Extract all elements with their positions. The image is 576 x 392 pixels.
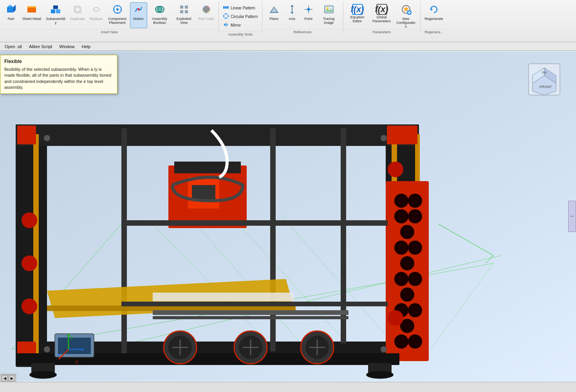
svg-point-94 [394,272,408,286]
svg-rect-71 [121,128,127,359]
regenerate-label-bottom: Regenera... [422,29,446,35]
svg-point-87 [408,194,422,208]
svg-marker-40 [291,5,294,7]
part-color-button[interactable]: Part Color [197,2,217,28]
replace-icon [91,4,102,16]
references-label: References [264,29,341,35]
equation-editor-button[interactable]: f(x) Equation Editor [346,2,369,28]
tracing-image-icon [323,4,334,16]
svg-rect-85 [386,181,429,361]
exploded-view-button[interactable]: Exploded View [172,2,196,28]
svg-point-100 [394,334,408,349]
replace-button[interactable]: Replace [88,2,105,28]
menu-alibre-script[interactable]: Alibre Script [26,43,55,50]
svg-rect-3 [27,8,36,13]
svg-point-88 [394,209,408,223]
svg-rect-53 [0,52,576,381]
tracing-image-label: Tracing Image [319,17,339,25]
flexible-tooltip: Flexible flexibility of the selected sub… [0,55,117,94]
assembly-boolean-icon [154,4,165,16]
part-label: Part [8,17,14,21]
svg-text:z: z [76,359,78,365]
tooltip-body: flexibility of the selected subassembly.… [4,67,113,91]
point-label: Point [304,17,312,21]
menu-open-stl[interactable]: Open .stl [2,43,25,50]
scroll-controls: ◀ ▶ [0,374,16,382]
svg-point-11 [116,8,119,11]
axis-button[interactable]: Axis [284,2,300,28]
svg-rect-76 [153,293,294,301]
svg-marker-2 [13,5,16,13]
svg-marker-41 [291,12,294,14]
replace-label: Replace [90,17,103,21]
mirror-button[interactable]: Mirror [220,21,260,29]
global-parameters-button[interactable]: f(x) Global Parameters [370,2,394,28]
tooltip-title: Flexible [4,58,113,65]
assembly-tools-label: Assembly Tools [219,31,262,37]
global-parameters-icon: f(x) [376,4,387,15]
component-placement-button[interactable]: Component Placement [106,2,129,28]
scroll-right-btn[interactable]: ▶ [9,375,15,381]
duplicate-button[interactable]: Duplicate [68,2,87,28]
menu-window[interactable]: Window [56,43,78,50]
subassembly-label: Subassembly [46,17,65,25]
svg-point-96 [400,288,414,302]
part-button[interactable]: Part [2,2,20,28]
plane-button[interactable]: Plane [265,2,283,28]
axis-label: Axis [289,17,295,21]
regenerate-button[interactable]: Regenerate [423,2,445,28]
svg-point-128 [44,135,50,141]
insert-new-label: Insert New [2,29,217,35]
assembly-boolean-label: Assembly Boolean [150,17,170,25]
linear-pattern-button[interactable]: Linear Pattern [220,4,260,12]
svg-point-123 [22,298,37,314]
svg-text:TOP: TOP [542,71,547,74]
equation-editor-icon: f(x) [352,4,363,15]
tracing-image-button[interactable]: Tracing Image [317,2,341,28]
point-icon [303,4,314,16]
svg-rect-7 [53,5,58,9]
parameters-group: f(x) Equation Editor f(x) Global Paramet… [343,2,421,33]
point-button[interactable]: Point [301,2,316,28]
toolbar: Part Sheet Metal Subassembly [0,0,576,42]
svg-point-122 [22,255,37,271]
plane-label: Plane [269,17,278,21]
component-placement-icon [112,4,123,16]
svg-rect-21 [180,10,183,13]
svg-point-89 [408,209,422,223]
viewport[interactable]: x y z FRONT TOP Flexible flexibility of … [0,51,576,382]
assembly-boolean-button[interactable]: Assembly Boolean [148,2,172,28]
minimum-motion-label: Motion [133,17,144,21]
circular-pattern-button[interactable]: Circular Pattern [220,13,260,20]
regenerate-label: Regenerate [425,17,443,21]
svg-rect-5 [51,9,55,13]
svg-rect-126 [153,310,348,315]
new-configuration-button[interactable]: New Configuration [394,2,418,28]
right-panel-tab[interactable]: ⟩ [568,201,576,232]
svg-rect-127 [153,316,348,319]
svg-point-121 [22,212,37,228]
svg-point-101 [408,334,422,349]
svg-point-124 [388,162,403,177]
subassembly-button[interactable]: Subassembly [44,2,67,28]
plane-icon [269,4,280,16]
sheet-metal-button[interactable]: Sheet Metal [20,2,43,28]
minimum-motion-button[interactable]: Motion [130,2,147,28]
minimum-motion-icon [133,4,144,16]
svg-point-86 [394,194,408,208]
svg-rect-45 [325,6,333,13]
mirror-label: Mirror [231,23,241,27]
3d-scene: x y z FRONT TOP [0,51,576,382]
axis-icon [287,4,298,16]
svg-point-130 [44,346,50,352]
circular-pattern-icon [223,13,229,20]
menu-help[interactable]: Help [78,43,94,50]
svg-point-105 [29,371,57,379]
scroll-left-btn[interactable]: ◀ [2,375,8,381]
svg-rect-0 [7,7,13,13]
global-parameters-label: Global Parameters [372,16,392,23]
equation-editor-label: Equation Editor [348,16,367,23]
regenerate-icon [428,4,439,16]
subassembly-icon [50,4,61,16]
svg-point-92 [408,241,422,255]
